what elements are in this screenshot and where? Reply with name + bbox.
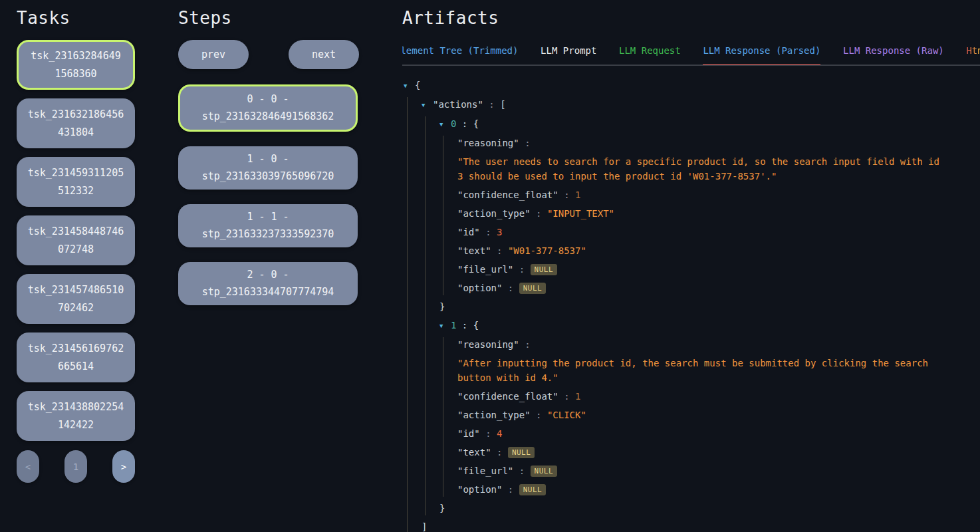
collapse-toggle-icon[interactable]: ▼: [439, 117, 447, 132]
json-number-value: 1: [575, 391, 580, 402]
tab-llm-response-parsed[interactable]: LLM Response (Parsed): [703, 45, 820, 66]
actions-close-bracket: ]: [422, 519, 980, 532]
tab-llm-prompt[interactable]: LLM Prompt: [541, 45, 596, 64]
tasks-panel: Tasks tsk_23163284649 1568360 tsk_231632…: [17, 8, 135, 483]
null-badge: NULL: [531, 264, 558, 275]
task-button[interactable]: tsk_231632186456 431804: [17, 98, 135, 148]
json-number-value: 3: [497, 227, 502, 237]
json-key-row: "action_type" : "INPUT_TEXT": [457, 206, 980, 221]
json-tree-viewer: ▼{ ▼"actions" : [ ▼0 : { "reasoning" : "…: [402, 78, 980, 532]
json-actions-row: ▼"actions" : [: [422, 97, 980, 112]
prev-step-button[interactable]: prev: [178, 40, 249, 69]
steps-panel: Steps prev next 0 - 0 - stp_231632846491…: [178, 8, 359, 305]
json-key-row: "file_url" : NULL: [457, 464, 980, 478]
collapse-toggle-icon[interactable]: ▼: [422, 98, 429, 112]
json-key-row: "id" : 4: [457, 426, 980, 441]
json-key-row: "option" : NULL: [457, 281, 980, 295]
item-close-brace: }: [439, 501, 980, 515]
json-key-row: "action_type" : "CLICK": [457, 408, 980, 422]
tasks-pagination: < 1 >: [17, 450, 135, 483]
null-badge: NULL: [519, 484, 547, 495]
json-key-row: "file_url" : NULL: [457, 262, 980, 277]
json-string-value: "After inputting the product id, the sea…: [457, 356, 943, 385]
json-string-value: "CLICK": [547, 410, 586, 420]
json-string-value: "The user needs to search for a specific…: [457, 154, 943, 184]
json-key-row: "confidence_float" : 1: [457, 188, 980, 202]
json-key-row: "text" : NULL: [457, 445, 980, 460]
task-button[interactable]: tsk_23163284649 1568360: [17, 40, 135, 90]
json-number-value: 4: [497, 428, 502, 439]
artifacts-panel: Artifacts Element Tree (Trimmed) LLM Pro…: [402, 8, 980, 532]
item-0-children: "reasoning" : "The user needs to search …: [443, 136, 980, 295]
step-button[interactable]: 1 - 1 - stp_231633237333592370: [178, 204, 358, 247]
json-string-value: "W01-377-8537": [508, 245, 586, 256]
task-button[interactable]: tsk_231456169762 665614: [17, 332, 135, 382]
collapse-toggle-icon[interactable]: ▼: [404, 78, 412, 93]
artifacts-title: Artifacts: [402, 8, 980, 28]
artifacts-tab-bar: Element Tree (Trimmed) LLM Prompt LLM Re…: [402, 44, 980, 66]
tasks-title: Tasks: [17, 8, 135, 28]
json-key-row: "confidence_float" : 1: [457, 389, 980, 404]
tab-element-tree-trimmed[interactable]: Element Tree (Trimmed): [402, 45, 518, 64]
step-button[interactable]: 2 - 0 - stp_231633344707774794: [178, 262, 358, 305]
json-key-row: "text" : "W01-377-8537": [457, 243, 980, 258]
json-key: "actions": [433, 99, 483, 110]
json-key-row: "id" : 3: [457, 225, 980, 239]
null-badge: NULL: [519, 283, 547, 294]
next-step-button[interactable]: next: [289, 40, 359, 69]
collapse-toggle-icon[interactable]: ▼: [439, 319, 447, 333]
root-children: ▼"actions" : [ ▼0 : { "reasoning" : "The…: [407, 97, 980, 532]
json-key-row: "reasoning" :: [457, 136, 980, 150]
pagination-page-button[interactable]: 1: [64, 450, 87, 483]
pagination-prev-button[interactable]: <: [17, 450, 39, 483]
null-badge: NULL: [531, 466, 558, 477]
tab-llm-request[interactable]: LLM Request: [619, 45, 681, 64]
item-close-brace: }: [439, 299, 980, 314]
pagination-next-button[interactable]: >: [112, 450, 135, 483]
steps-title: Steps: [178, 8, 359, 28]
json-root-row: ▼{: [404, 78, 980, 93]
item-1-children: "reasoning" : "After inputting the produ…: [443, 337, 980, 497]
step-nav: prev next: [178, 40, 359, 69]
json-key-row: "option" : NULL: [457, 482, 980, 497]
task-button[interactable]: tsk_231458448746 072748: [17, 215, 135, 265]
tab-html-raw[interactable]: Html (Raw): [966, 45, 980, 64]
json-string-value: "INPUT_TEXT": [547, 208, 614, 219]
json-item-row: ▼0 : {: [439, 116, 980, 132]
root-open-brace: {: [415, 80, 420, 90]
actions-children: ▼0 : { "reasoning" : "The user needs to …: [425, 116, 980, 515]
task-button[interactable]: tsk_231438802254 142422: [17, 391, 135, 441]
step-button[interactable]: 0 - 0 - stp_231632846491568362: [178, 84, 358, 132]
json-item-row: ▼1 : {: [439, 318, 980, 333]
step-button[interactable]: 1 - 0 - stp_231633039765096720: [178, 146, 358, 190]
null-badge: NULL: [508, 447, 535, 458]
tab-llm-response-raw[interactable]: LLM Response (Raw): [843, 45, 944, 64]
json-key-row: "reasoning" :: [457, 337, 980, 352]
task-button[interactable]: tsk_231459311205 512332: [17, 157, 135, 207]
json-number-value: 1: [575, 190, 580, 200]
task-button[interactable]: tsk_231457486510 702462: [17, 274, 135, 324]
